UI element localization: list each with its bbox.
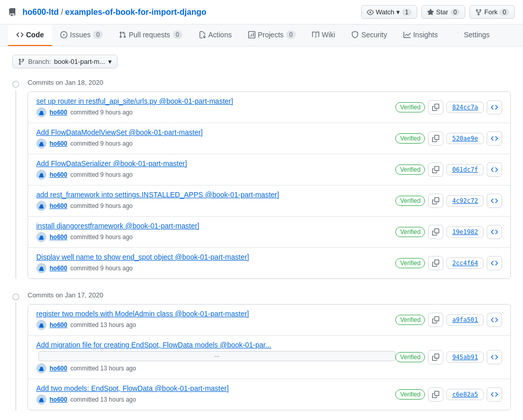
commit-time: committed 9 hours ago xyxy=(70,265,133,272)
commit-hash[interactable]: 061dc7f xyxy=(446,164,484,175)
watch-dropdown-icon: ▾ xyxy=(396,8,400,16)
commit-author[interactable]: ho600 xyxy=(50,365,67,372)
watch-count: 1 xyxy=(402,9,412,16)
commit-meta: ho600committed 9 hours ago xyxy=(36,263,395,273)
commit-meta: ho600committed 9 hours ago xyxy=(36,107,395,118)
repo-name-link[interactable]: examples-of-book-for-import-django xyxy=(65,8,206,17)
browse-files-button[interactable] xyxy=(487,225,502,239)
fork-button[interactable]: Fork 0 xyxy=(469,5,515,19)
avatar xyxy=(36,263,46,273)
commit-author[interactable]: ho600 xyxy=(50,202,67,209)
tab-pr-badge: 0 xyxy=(173,31,182,39)
browse-files-button[interactable] xyxy=(487,256,502,270)
commit-message[interactable]: install djangorestframework @book-01-par… xyxy=(36,222,395,230)
commit-meta: ho600committed 9 hours ago xyxy=(36,170,395,180)
copy-sha-button[interactable] xyxy=(428,162,443,177)
commit-time: committed 13 hours ago xyxy=(70,321,136,329)
star-button[interactable]: Star 0 xyxy=(421,5,466,19)
commit-author[interactable]: ho600 xyxy=(50,321,67,329)
star-label: Star xyxy=(436,8,448,16)
commit-author[interactable]: ho600 xyxy=(50,171,67,178)
commit-time: committed 13 hours ago xyxy=(70,365,136,372)
copy-sha-button[interactable] xyxy=(428,350,443,364)
timeline-content: Commits on Jan 17, 2020register two mode… xyxy=(28,291,511,410)
verified-badge: Verified xyxy=(395,315,425,325)
tab-security[interactable]: Security xyxy=(343,25,395,46)
commit-message[interactable]: Display well name to show end_spot objec… xyxy=(36,253,395,261)
commit-hash[interactable]: 2cc4f64 xyxy=(446,258,484,269)
tab-actions-label: Actions xyxy=(208,31,232,39)
commit-message[interactable]: Add FlowDataSerializer @book-01-part-mas… xyxy=(36,159,395,168)
copy-sha-button[interactable] xyxy=(428,100,443,114)
timeline-line xyxy=(15,302,16,410)
commit-hash[interactable]: 520ae9e xyxy=(446,133,484,144)
tab-projects-badge: 0 xyxy=(286,31,296,39)
commit-message[interactable]: Add two models: EndSpot, FlowData @book-… xyxy=(36,384,395,392)
copy-sha-button[interactable] xyxy=(428,313,443,327)
commit-author[interactable]: ho600 xyxy=(50,396,67,403)
commit-right: Verified824cc7a xyxy=(395,100,502,114)
commit-hash[interactable]: 4c92c72 xyxy=(446,195,484,206)
section-date: Commits on Jan 17, 2020 xyxy=(28,291,511,299)
browse-files-button[interactable] xyxy=(487,131,502,146)
browse-files-button[interactable] xyxy=(487,194,502,208)
commit-left: Add FlowDataSerializer @book-01-part-mas… xyxy=(36,159,395,180)
avatar xyxy=(36,394,46,405)
commit-author[interactable]: ho600 xyxy=(50,109,67,116)
star-count: 0 xyxy=(450,9,460,16)
tab-insights[interactable]: Insights xyxy=(395,25,446,46)
commit-message[interactable]: Add migration file for creating EndSpot,… xyxy=(36,341,395,349)
tab-projects[interactable]: Projects 0 xyxy=(240,25,304,46)
commit-hash[interactable]: a9fa501 xyxy=(446,314,484,325)
tab-code[interactable]: Code xyxy=(8,25,52,46)
commit-meta: ho600committed 9 hours ago xyxy=(36,201,395,211)
commit-right: Verifiedc6e82a5 xyxy=(395,387,502,402)
owner-link[interactable]: ho600-ltd xyxy=(22,8,59,17)
timeline-left xyxy=(12,79,19,279)
copy-sha-button[interactable] xyxy=(428,256,443,270)
commit-left: set up router in restful_api_site/urls.p… xyxy=(36,97,395,118)
tab-actions[interactable]: Actions xyxy=(191,25,240,46)
table-row: add rest_framework into settings.INSTALL… xyxy=(28,185,510,217)
timeline-left xyxy=(12,291,19,410)
ellipsis-button[interactable]: ··· xyxy=(38,351,395,361)
watch-button[interactable]: Watch ▾ 1 xyxy=(361,5,417,19)
browse-files-button[interactable] xyxy=(487,100,502,114)
copy-sha-button[interactable] xyxy=(428,387,443,402)
copy-sha-button[interactable] xyxy=(428,225,443,239)
browse-files-button[interactable] xyxy=(487,350,502,364)
browse-files-button[interactable] xyxy=(487,313,502,327)
tab-pull-requests[interactable]: Pull requests 0 xyxy=(111,25,191,46)
tab-settings[interactable]: Settings xyxy=(446,25,498,46)
avatar xyxy=(36,170,46,180)
commit-message[interactable]: register two models with ModelAdmin clas… xyxy=(36,310,395,318)
commit-author[interactable]: ho600 xyxy=(50,265,67,272)
commit-author[interactable]: ho600 xyxy=(50,140,67,147)
repo-path: ho600-ltd / examples-of-book-for-import-… xyxy=(8,8,206,17)
commit-hash[interactable]: 945ab91 xyxy=(446,352,484,363)
avatar xyxy=(36,107,46,118)
commit-right: Verifieda9fa501 xyxy=(395,313,502,327)
avatar xyxy=(36,363,46,374)
commit-message[interactable]: set up router in restful_api_site/urls.p… xyxy=(36,97,395,105)
browse-files-button[interactable] xyxy=(487,162,502,177)
branch-selector[interactable]: Branch: book-01-part-m... ▾ xyxy=(12,55,117,68)
commit-meta: ho600committed 9 hours ago xyxy=(36,138,395,149)
avatar xyxy=(36,232,46,242)
tab-wiki[interactable]: Wiki xyxy=(304,25,343,46)
commit-hash[interactable]: 824cc7a xyxy=(446,102,484,113)
commit-time: committed 9 hours ago xyxy=(70,171,133,178)
commit-hash[interactable]: 19e1982 xyxy=(446,226,484,238)
copy-sha-button[interactable] xyxy=(428,131,443,146)
copy-sha-button[interactable] xyxy=(428,194,443,208)
commit-left: add rest_framework into settings.INSTALL… xyxy=(36,191,395,211)
commit-message[interactable]: add rest_framework into settings.INSTALL… xyxy=(36,191,395,199)
fork-label: Fork xyxy=(484,8,497,16)
table-row: Add migration file for creating EndSpot,… xyxy=(28,336,510,379)
commit-message[interactable]: Add FlowDataModelViewSet @book-01-part-m… xyxy=(36,128,395,136)
tab-issues[interactable]: Issues 0 xyxy=(52,25,111,46)
tab-wiki-label: Wiki xyxy=(322,31,335,39)
commit-hash[interactable]: c6e82a5 xyxy=(446,389,484,400)
commit-author[interactable]: ho600 xyxy=(50,234,67,241)
browse-files-button[interactable] xyxy=(487,387,502,402)
